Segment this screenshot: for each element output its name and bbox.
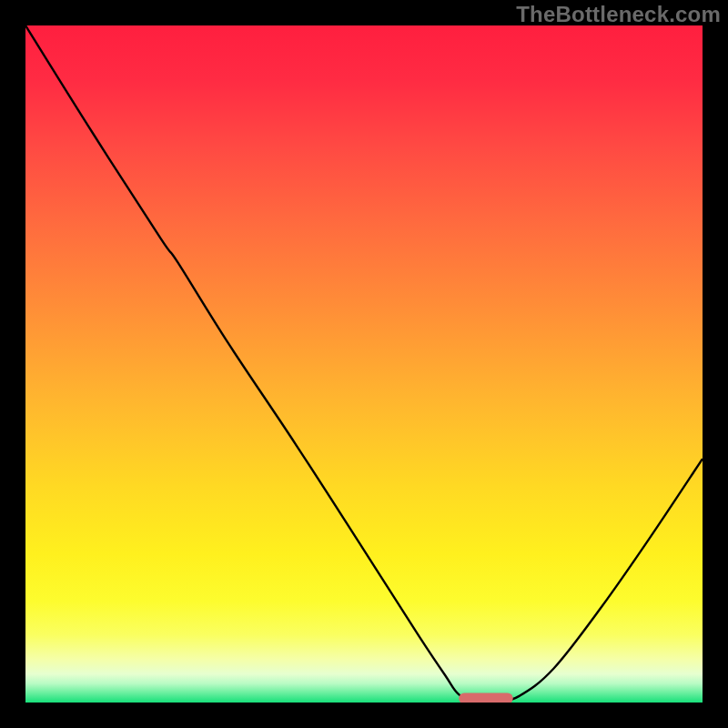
watermark-text: TheBottleneck.com <box>516 2 721 27</box>
bottleneck-chart <box>0 0 728 728</box>
plot-area <box>25 25 703 703</box>
chart-container: TheBottleneck.com <box>0 0 728 728</box>
optimum-marker <box>459 693 513 704</box>
